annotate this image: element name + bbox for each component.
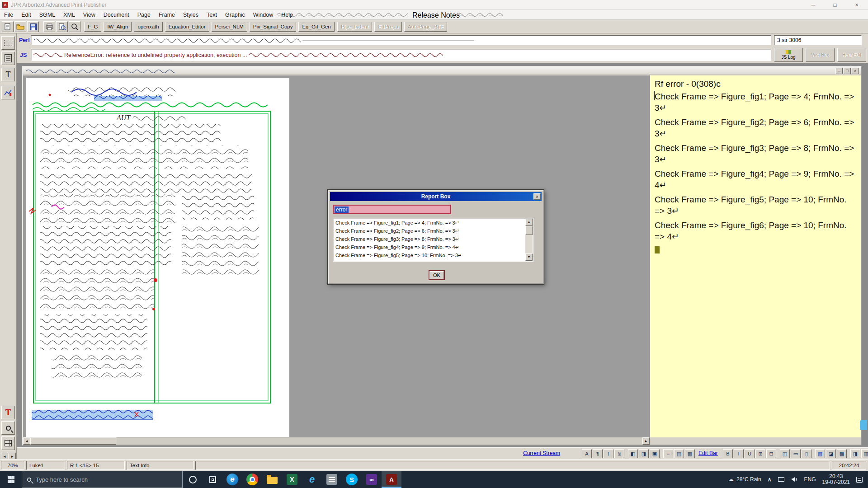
- toolbar-button[interactable]: Eq_Gif_Gen: [298, 22, 334, 32]
- action-center-icon[interactable]: [853, 471, 866, 488]
- print-icon[interactable]: [43, 21, 55, 32]
- text-tool-button[interactable]: T: [1, 68, 15, 81]
- report-box-scrollbar[interactable]: ▲ ▼: [525, 219, 533, 261]
- format-icon-button[interactable]: ◨: [850, 449, 860, 458]
- menu-item[interactable]: File: [0, 10, 17, 20]
- menu-item[interactable]: Graphic: [221, 10, 249, 20]
- save-icon[interactable]: [27, 21, 39, 32]
- toolbar-button[interactable]: Equation_Editor: [165, 22, 209, 32]
- format-icon-button[interactable]: ▤: [674, 449, 684, 458]
- print-preview-icon[interactable]: [56, 21, 68, 32]
- document-close-button[interactable]: ×: [852, 68, 859, 74]
- grid-tool-button[interactable]: [1, 436, 15, 450]
- edge-peek-icon[interactable]: [860, 420, 867, 430]
- menu-item[interactable]: SGML: [35, 10, 59, 20]
- document-minimize-button[interactable]: ─: [835, 68, 843, 74]
- toolbar-button[interactable]: fW_Align: [104, 22, 132, 32]
- open-folder-icon[interactable]: [14, 21, 26, 32]
- format-icon-button[interactable]: ◨: [639, 449, 649, 458]
- format-icon-button[interactable]: ▩: [837, 449, 847, 458]
- menu-item[interactable]: View: [79, 10, 99, 20]
- tray-display-icon[interactable]: [775, 471, 788, 488]
- menu-item[interactable]: XML: [59, 10, 79, 20]
- format-icon-button[interactable]: ▨: [815, 449, 825, 458]
- toolbar-button[interactable]: F_G: [84, 22, 101, 32]
- menu-item[interactable]: Window: [249, 10, 277, 20]
- format-icon-button[interactable]: ≡: [663, 449, 673, 458]
- tray-clock[interactable]: 20:43 19-07-2021: [819, 471, 853, 488]
- select-tool-button[interactable]: [1, 36, 15, 50]
- window-minimize-button[interactable]: ─: [803, 0, 824, 10]
- menu-item[interactable]: Frame: [155, 10, 179, 20]
- tray-weather[interactable]: ☁ 28°C Rain: [725, 471, 764, 488]
- current-stream-link[interactable]: Current Stream: [523, 450, 560, 456]
- report-box-titlebar[interactable]: Report Box: [330, 192, 542, 201]
- format-icon-button[interactable]: U: [745, 449, 755, 458]
- report-scroll-up-button[interactable]: ▲: [525, 219, 533, 226]
- format-icon-button[interactable]: ◧: [628, 449, 638, 458]
- taskbar-icon-skype[interactable]: S: [342, 471, 362, 488]
- taskbar-search[interactable]: Type here to search: [22, 471, 183, 488]
- format-icon-button[interactable]: ⊞: [755, 449, 765, 458]
- hscroll-left-button[interactable]: ◄: [23, 437, 30, 445]
- taskbar-icon-app-purple[interactable]: ∞: [362, 471, 382, 488]
- format-icon-button[interactable]: †: [604, 449, 613, 458]
- window-close-button[interactable]: ×: [846, 0, 867, 10]
- toolbar-button[interactable]: openxath: [134, 22, 162, 32]
- tray-chevron-up-icon[interactable]: ∧: [764, 471, 775, 488]
- js-log-button[interactable]: JS Log: [774, 48, 803, 62]
- hscroll-thumb[interactable]: [30, 437, 116, 445]
- taskbar-icon-chrome[interactable]: [242, 471, 262, 488]
- format-icon-button[interactable]: §: [614, 449, 624, 458]
- hscroll-right-button[interactable]: ►: [642, 437, 650, 445]
- document-page[interactable]: AUT: [26, 78, 289, 437]
- menu-item-release-notes[interactable]: Release Notes: [412, 11, 460, 19]
- format-icon-button[interactable]: ⊟: [766, 449, 776, 458]
- toolbar-button[interactable]: Persei_NLM: [212, 22, 247, 32]
- taskbar-icon-edge[interactable]: e: [222, 471, 242, 488]
- report-box-input[interactable]: error: [333, 205, 451, 214]
- js-input[interactable]: ReferenceError: reference to undefined p…: [31, 49, 771, 61]
- menu-item[interactable]: Edit: [17, 10, 35, 20]
- report-box-row[interactable]: Check Frame => Figure_fig4; Page => 9; F…: [334, 243, 525, 251]
- zoom-tool-button[interactable]: [1, 421, 15, 435]
- report-box-row[interactable]: Check Frame => Figure_fig1; Page => 4; F…: [334, 219, 525, 227]
- taskbar-icon-excel[interactable]: X: [282, 471, 302, 488]
- show-desktop-button[interactable]: [866, 471, 868, 488]
- menu-item[interactable]: Document: [99, 10, 133, 20]
- document-hscrollbar[interactable]: ◄ ►: [23, 437, 650, 445]
- format-icon-button[interactable]: ▯: [802, 449, 811, 458]
- format-icon-button[interactable]: B: [723, 449, 733, 458]
- document-maximize-button[interactable]: □: [844, 68, 851, 74]
- report-box-close-button[interactable]: ×: [533, 193, 541, 200]
- report-box-list[interactable]: Check Frame => Figure_fig1; Page => 4; F…: [333, 218, 533, 262]
- report-box-row[interactable]: Check Frame => Figure_fig3; Page => 8; F…: [334, 235, 525, 243]
- frame-tool-button[interactable]: [1, 52, 15, 65]
- window-maximize-button[interactable]: □: [825, 0, 845, 10]
- format-icon-button[interactable]: I: [734, 449, 744, 458]
- taskbar-icon-internet-explorer[interactable]: e: [302, 471, 322, 488]
- taskbar-icon-app-publisher[interactable]: A: [382, 471, 401, 488]
- taskbar-icon-file-explorer[interactable]: [262, 471, 282, 488]
- graphic-tool-button[interactable]: [1, 86, 15, 99]
- format-icon-button[interactable]: ▦: [685, 449, 695, 458]
- perl-input[interactable]: [31, 35, 771, 45]
- format-icon-button[interactable]: ◫: [780, 449, 790, 458]
- zoom-icon[interactable]: [69, 21, 80, 32]
- report-box-row[interactable]: Check Frame => Figure_fig2; Page => 6; F…: [334, 227, 525, 235]
- format-icon-button[interactable]: ▥: [861, 449, 868, 458]
- tray-speaker-icon[interactable]: [788, 471, 801, 488]
- taskbar-icon-task-view[interactable]: [203, 471, 222, 488]
- report-scroll-thumb[interactable]: [525, 226, 533, 235]
- new-document-icon[interactable]: [2, 21, 14, 32]
- tray-language[interactable]: ENG: [801, 471, 819, 488]
- menu-item[interactable]: Text: [203, 10, 221, 20]
- format-icon-button[interactable]: ¶: [593, 449, 603, 458]
- report-scroll-down-button[interactable]: ▼: [525, 253, 533, 261]
- error-log-panel[interactable]: Rf error - 0(308)c Check Frame => Figure…: [650, 75, 861, 437]
- red-text-mode-button[interactable]: T: [1, 406, 15, 419]
- menu-item[interactable]: Page: [133, 10, 155, 20]
- menu-item[interactable]: Styles: [179, 10, 203, 20]
- format-icon-button[interactable]: A: [582, 449, 592, 458]
- report-box-row[interactable]: Check Frame => Figure_fig5; Page => 10; …: [334, 251, 525, 259]
